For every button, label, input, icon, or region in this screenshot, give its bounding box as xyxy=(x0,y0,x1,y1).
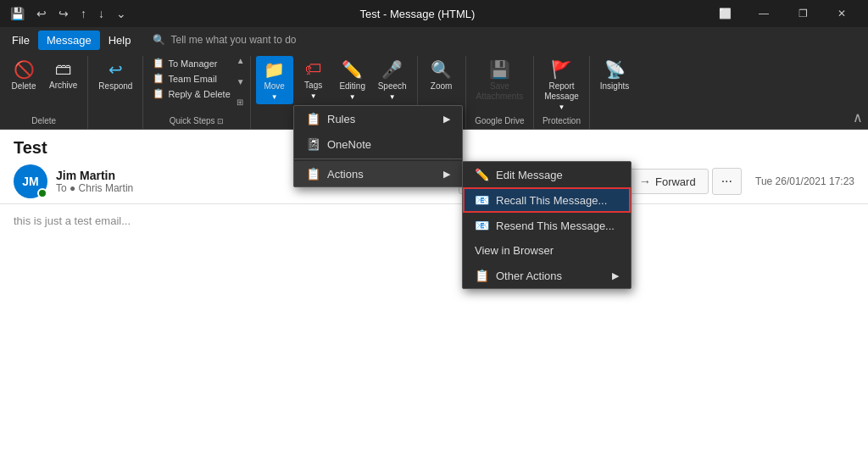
move-label: Move xyxy=(264,81,284,92)
close-btn[interactable]: ✕ xyxy=(822,0,861,27)
submenu-view-browser[interactable]: View in Browser xyxy=(463,238,631,263)
sender-avatar: JM xyxy=(14,164,47,198)
delete-label: Delete xyxy=(12,81,36,92)
other-actions-label: Other Actions xyxy=(496,270,562,282)
archive-btn[interactable]: 🗃 Archive xyxy=(44,56,82,94)
quickstep1[interactable]: 📋 To Manager xyxy=(148,56,234,70)
recall-icon: 📧 xyxy=(475,193,489,207)
onenote-icon: 📓 xyxy=(306,137,320,151)
ribbon: 🚫 Delete 🗃 Archive Delete ↩ Respond 📋 To… xyxy=(0,53,868,130)
delete-btn[interactable]: 🚫 Delete xyxy=(5,56,42,95)
ribbon-group-protection: 🚩 ReportMessage ▼ Protection xyxy=(534,56,590,129)
submenu-resend-message[interactable]: 📧 Resend This Message... xyxy=(463,213,631,238)
down-icon[interactable]: ↓ xyxy=(95,5,108,22)
dropdown-onenote[interactable]: 📓 OneNote xyxy=(294,131,462,157)
qs-up[interactable]: ▲ xyxy=(236,56,245,65)
quicksteps-items: 📋 To Manager 📋 Team Email 📋 Reply & Dele… xyxy=(148,56,244,114)
respond-label: Respond xyxy=(98,81,132,92)
speech-arrow: ▼ xyxy=(389,93,396,101)
qs-expand[interactable]: ⊞ xyxy=(236,97,245,107)
zoom-icon: 🔍 xyxy=(431,59,452,80)
rules-label: Rules xyxy=(327,113,355,125)
save-icon[interactable]: 💾 xyxy=(7,5,28,22)
protection-items: 🚩 ReportMessage ▼ xyxy=(539,56,584,114)
quickstep3[interactable]: 📋 Reply & Delete xyxy=(148,86,234,101)
view-browser-label: View in Browser xyxy=(475,244,554,257)
dropdown-actions[interactable]: 📋 Actions ▶ ✏️ Edit Message 📧 Recall Thi… xyxy=(294,161,462,186)
body-preview: this is just a test email... xyxy=(14,214,131,227)
title-bar: 💾 ↩ ↪ ↑ ↓ ⌄ Test - Message (HTML) ⬜ — ❐ … xyxy=(0,0,868,27)
actions-chevron: ▶ xyxy=(443,169,450,180)
window-title: Test - Message (HTML) xyxy=(130,8,705,20)
ribbon-group-delete: 🚫 Delete 🗃 Archive Delete xyxy=(0,56,88,129)
title-bar-controls[interactable]: 💾 ↩ ↪ ↑ ↓ ⌄ xyxy=(7,5,130,22)
archive-label: Archive xyxy=(49,81,77,91)
forward-label: Forward xyxy=(655,175,696,188)
respond-group-items: ↩ Respond xyxy=(93,56,137,124)
zoom-btn[interactable]: 🔍 Zoom xyxy=(423,56,460,95)
more-actions-btn[interactable]: ··· xyxy=(712,168,742,195)
qs2-icon: 📋 xyxy=(153,73,164,84)
resend-label: Resend This Message... xyxy=(496,220,615,232)
maximize-btn[interactable]: ❐ xyxy=(783,0,822,27)
tags-btn[interactable]: 🏷 Tags ▼ xyxy=(295,56,332,103)
quicksteps-indicator: ⊡ xyxy=(217,117,224,125)
sender-info: Jim Martin To ● Chris Martin xyxy=(56,169,133,194)
submenu-recall-message[interactable]: 📧 Recall This Message... xyxy=(463,187,631,213)
window-buttons[interactable]: ⬜ — ❐ ✕ xyxy=(705,0,861,27)
report-message-btn[interactable]: 🚩 ReportMessage ▼ xyxy=(539,56,584,114)
gdrive-items: 💾 SaveAttachments xyxy=(471,56,529,114)
search-box[interactable]: 🔍 Tell me what you want to do xyxy=(153,34,296,46)
editing-icon: ✏️ xyxy=(342,59,363,80)
online-badge xyxy=(37,188,47,198)
restore-down-btn[interactable]: ⬜ xyxy=(705,0,744,27)
menu-message[interactable]: Message xyxy=(38,31,100,50)
resend-icon: 📧 xyxy=(475,219,489,232)
report-label: ReportMessage xyxy=(544,81,579,102)
forward-btn[interactable]: → Forward xyxy=(626,169,709,194)
save-attachments-btn[interactable]: 💾 SaveAttachments xyxy=(471,56,529,105)
respond-btn[interactable]: ↩ Respond xyxy=(93,56,137,95)
delete-group-label: Delete xyxy=(5,114,82,129)
dropdown-separator xyxy=(294,158,462,159)
menu-file[interactable]: File xyxy=(3,31,38,50)
quicksteps-nav: ▲ ▼ ⊞ xyxy=(236,56,245,107)
edit-msg-label: Edit Message xyxy=(496,169,563,181)
report-icon: 🚩 xyxy=(551,59,572,80)
insights-label: Insights xyxy=(600,81,629,92)
redo-icon[interactable]: ↪ xyxy=(55,5,72,22)
menu-help[interactable]: Help xyxy=(100,31,140,50)
dropdown-rules[interactable]: 📋 Rules ▶ xyxy=(294,106,462,131)
sender-to: To ● Chris Martin xyxy=(56,182,133,194)
undo-icon[interactable]: ↩ xyxy=(33,5,50,22)
editing-arrow: ▼ xyxy=(349,93,356,101)
editing-btn[interactable]: ✏️ Editing ▼ xyxy=(334,56,371,104)
up-icon[interactable]: ↑ xyxy=(77,5,90,22)
avatar-initials: JM xyxy=(22,175,38,188)
move-dropdown: 📋 Rules ▶ 📓 OneNote 📋 Actions ▶ ✏️ Edit … xyxy=(293,105,463,187)
respond-group-label xyxy=(93,124,137,129)
search-placeholder: Tell me what you want to do xyxy=(170,34,296,46)
submenu-other-actions[interactable]: 📋 Other Actions ▶ xyxy=(463,263,631,288)
move-btn[interactable]: 📁 Move ▼ xyxy=(256,56,293,104)
tags-icon: 🏷 xyxy=(305,59,322,79)
quicksteps-group-label: Quick Steps ⊡ xyxy=(148,114,244,129)
minimize-btn[interactable]: — xyxy=(744,0,783,27)
insights-group-label xyxy=(595,124,634,129)
delete-group-items: 🚫 Delete 🗃 Archive xyxy=(5,56,82,114)
protection-group-label: Protection xyxy=(539,114,584,129)
actions-label: Actions xyxy=(327,168,364,181)
save-attach-label: SaveAttachments xyxy=(476,81,524,102)
rules-chevron: ▶ xyxy=(443,114,450,125)
recall-label: Recall This Message... xyxy=(496,194,607,207)
speech-btn[interactable]: 🎤 Speech ▼ xyxy=(373,56,412,104)
quickstep2[interactable]: 📋 Team Email xyxy=(148,71,234,86)
qs-down[interactable]: ▼ xyxy=(236,77,245,86)
ribbon-collapse-btn[interactable]: ∧ xyxy=(848,56,868,129)
gdrive-group-label: Google Drive xyxy=(471,114,529,129)
submenu-edit-message[interactable]: ✏️ Edit Message xyxy=(463,162,631,187)
other-actions-icon: 📋 xyxy=(475,269,489,282)
insights-icon: 📡 xyxy=(604,59,626,80)
insights-btn[interactable]: 📡 Insights xyxy=(595,56,634,95)
more-icon[interactable]: ⌄ xyxy=(113,5,130,22)
